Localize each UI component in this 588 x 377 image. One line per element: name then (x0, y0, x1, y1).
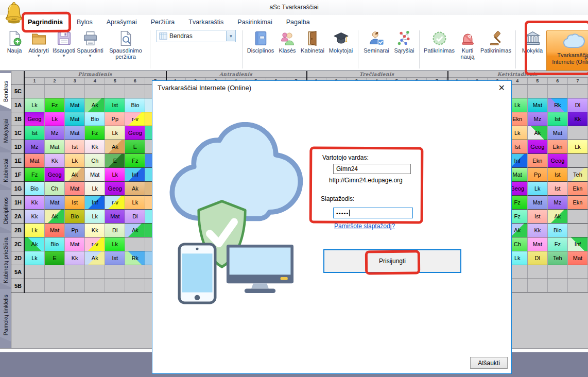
lesson-cell[interactable]: Ak (25, 237, 45, 251)
lesson-cell[interactable]: E (45, 251, 65, 265)
lesson-cell[interactable]: Ekn (568, 182, 588, 196)
username-input[interactable]: Gimn24 (333, 164, 411, 174)
lesson-cell[interactable]: Mat (568, 251, 588, 265)
lesson-cell[interactable]: Pp (105, 112, 125, 126)
row-label-2D[interactable]: 2D (11, 251, 25, 265)
school-button[interactable]: Mokykla (518, 29, 546, 70)
lesson-cell[interactable]: Geog (25, 112, 45, 126)
sidebar-tab-pamokų-tinklelis[interactable]: Pamokų tinklelis (0, 289, 11, 341)
lesson-cell[interactable] (528, 265, 548, 279)
lesson-cell[interactable]: Mat (65, 182, 85, 196)
lesson-cell[interactable] (125, 237, 145, 251)
save-button[interactable]: Išsaugoti ▼ (51, 29, 76, 70)
save-dropdown-caret-icon[interactable]: ▼ (62, 54, 66, 58)
lesson-cell[interactable] (85, 265, 105, 279)
lesson-cell[interactable] (65, 84, 85, 98)
seminars-button[interactable]: Seminarai (361, 29, 392, 70)
lesson-cell[interactable]: Geog (45, 168, 65, 182)
lesson-cell[interactable] (65, 279, 85, 293)
lesson-cell[interactable]: Ekn (568, 196, 588, 210)
sidebar-tab-mokytojai[interactable]: Mokytojai (0, 111, 11, 151)
lesson-cell[interactable] (45, 84, 65, 98)
check2-button[interactable]: Patikrinimas (479, 29, 513, 70)
lesson-cell[interactable]: Pp (528, 168, 548, 182)
lesson-cell[interactable]: Mat (45, 196, 65, 210)
sidebar-tab-kabinetai[interactable]: Kabinetai (0, 152, 11, 188)
print-preview-button[interactable]: Spausdinimo peržiūra (104, 29, 147, 70)
lesson-cell[interactable]: Ak (85, 251, 105, 265)
lesson-cell[interactable]: Lk (125, 196, 145, 210)
lesson-cell[interactable]: Geog (125, 126, 145, 140)
lesson-cell[interactable]: Ch (85, 154, 105, 168)
lesson-cell[interactable]: Ak (45, 210, 65, 224)
row-label-1A[interactable]: 1A (11, 98, 25, 112)
cancel-button[interactable]: Atšaukti (470, 357, 508, 369)
row-label-1E[interactable]: 1E (11, 154, 25, 168)
lesson-cell[interactable] (548, 84, 568, 98)
lesson-cell[interactable]: Dl (105, 224, 125, 237)
lesson-cell[interactable] (25, 279, 45, 293)
lesson-cell[interactable]: Geog (528, 140, 548, 154)
lesson-cell[interactable]: Lk (25, 224, 45, 237)
lesson-cell[interactable]: Mz (45, 126, 65, 140)
lesson-cell[interactable]: Bio (125, 98, 145, 112)
lesson-cell[interactable]: Fz (125, 154, 145, 168)
lesson-cell[interactable]: Lk (105, 126, 125, 140)
lesson-cell[interactable] (568, 154, 588, 168)
lesson-cell[interactable]: Mat (528, 237, 548, 251)
menu-item-bylos[interactable]: Bylos (77, 19, 93, 26)
lesson-cell[interactable]: Ak (65, 168, 85, 182)
lesson-cell[interactable]: Mat (45, 224, 65, 237)
lesson-cell[interactable]: Lk (568, 140, 588, 154)
menu-item-aprašymai[interactable]: Aprašymai (107, 19, 137, 26)
row-label-1F[interactable]: 1F (11, 168, 25, 182)
lesson-cell[interactable] (105, 84, 125, 98)
classrooms-button[interactable]: Kabinetai (299, 29, 326, 70)
lesson-cell[interactable] (45, 265, 65, 279)
lesson-cell[interactable] (528, 84, 548, 98)
row-label-1B[interactable]: 1B (11, 112, 25, 126)
lesson-cell[interactable]: Mat (528, 196, 548, 210)
lesson-cell[interactable] (125, 265, 145, 279)
lesson-cell[interactable]: Ak (125, 224, 145, 237)
row-label-2A[interactable]: 2A (11, 210, 25, 224)
lesson-cell[interactable] (548, 279, 568, 293)
lesson-cell[interactable]: Kk (85, 140, 105, 154)
login-button[interactable]: Prisijungti (323, 249, 461, 273)
lesson-cell[interactable]: Mat (45, 140, 65, 154)
lesson-cell[interactable]: Mat (25, 154, 45, 168)
menu-item-peržiūra[interactable]: Peržiūra (151, 19, 175, 26)
lesson-cell[interactable]: Rk (125, 251, 145, 265)
menu-item-pagalba[interactable]: Pagalba (286, 19, 310, 26)
lesson-cell[interactable]: Pp (65, 224, 85, 237)
check-button[interactable]: Patikrinimas (422, 29, 456, 70)
lesson-cell[interactable]: Kk (568, 112, 588, 126)
lesson-cell[interactable]: Ist (528, 210, 548, 224)
lesson-cell[interactable]: Bio (45, 237, 65, 251)
lesson-cell[interactable] (568, 126, 588, 140)
sidebar-tab-bendras[interactable]: Bendras (0, 73, 11, 109)
lesson-cell[interactable]: Lk (25, 98, 45, 112)
sidebar-tab-disciplinos[interactable]: Disciplinos (0, 190, 11, 231)
lesson-cell[interactable]: Mat (65, 112, 85, 126)
lesson-cell[interactable]: Fz (25, 168, 45, 182)
lesson-cell[interactable] (568, 265, 588, 279)
lesson-cell[interactable]: Ak (85, 98, 105, 112)
lesson-cell[interactable]: r-v (125, 112, 145, 126)
row-label-2B[interactable]: 2B (11, 224, 25, 237)
lesson-cell[interactable]: Ekn (548, 140, 568, 154)
lesson-cell[interactable]: Dl (125, 210, 145, 224)
open-button[interactable]: Atidaryti ▼ (26, 29, 51, 70)
lesson-cell[interactable] (568, 210, 588, 224)
lesson-cell[interactable] (568, 84, 588, 98)
lesson-cell[interactable]: Mat (105, 210, 125, 224)
lesson-cell[interactable]: Rk (548, 98, 568, 112)
lesson-cell[interactable] (125, 84, 145, 98)
lesson-cell[interactable]: Mz (528, 112, 548, 126)
lesson-cell[interactable]: Ist (105, 98, 125, 112)
sidebar-tab-kabinetų-priežiūra[interactable]: Kabinetų priežiūra (0, 233, 11, 287)
lesson-cell[interactable]: Kk (85, 224, 105, 237)
lesson-cell[interactable]: Geog (548, 154, 568, 168)
lesson-cell[interactable] (568, 279, 588, 293)
create-new-button[interactable]: Kurti naują (456, 29, 479, 70)
